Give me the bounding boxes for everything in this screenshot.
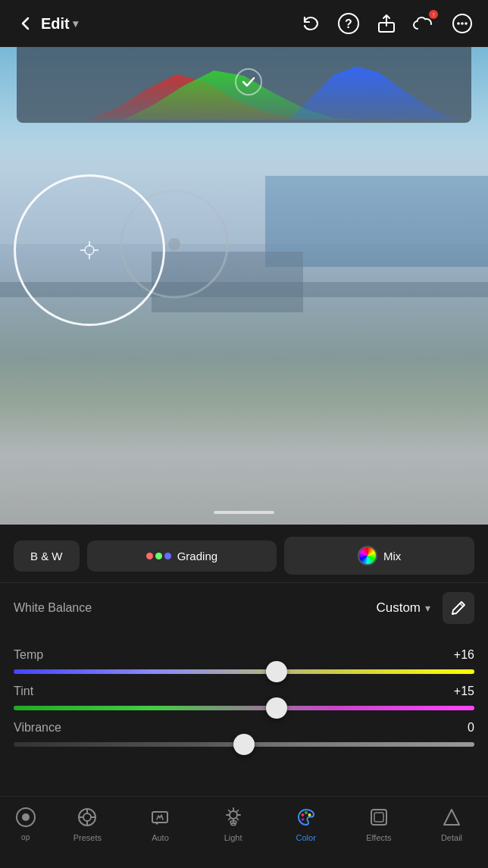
svg-text:?: ? <box>345 17 352 30</box>
edit-panel: B & W Grading Mix White Balance Custom ▾ <box>0 525 488 762</box>
more-button[interactable] <box>450 11 474 36</box>
op-icon <box>14 806 37 829</box>
cloud-badge: ! <box>429 10 438 19</box>
undo-button[interactable] <box>299 11 323 36</box>
svg-point-13 <box>168 238 180 250</box>
histogram-checkmark <box>235 68 262 96</box>
panel-tabs: B & W Grading Mix <box>0 525 488 582</box>
svg-point-4 <box>457 22 460 25</box>
white-balance-label: White Balance <box>14 601 376 615</box>
tint-slider-row: Tint +15 <box>14 685 474 710</box>
svg-point-43 <box>301 813 304 816</box>
svg-point-5 <box>461 22 464 25</box>
share-button[interactable] <box>374 11 399 36</box>
auto-icon <box>149 806 171 829</box>
nav-item-effects[interactable]: Effects <box>343 803 415 842</box>
svg-rect-47 <box>371 810 386 825</box>
white-balance-value: Custom <box>376 600 421 616</box>
nav-item-op[interactable]: op <box>0 803 51 841</box>
svg-point-6 <box>465 22 468 25</box>
svg-rect-48 <box>374 813 383 822</box>
histogram <box>17 47 471 123</box>
bw-tab[interactable]: B & W <box>14 541 80 572</box>
svg-rect-42 <box>231 823 236 826</box>
presets-label: Presets <box>74 833 102 842</box>
temp-slider-header: Temp +16 <box>14 648 474 662</box>
auto-label: Auto <box>152 833 169 842</box>
vibrance-slider-track[interactable] <box>14 742 474 747</box>
temp-slider-track[interactable] <box>14 669 474 674</box>
svg-point-26 <box>83 813 91 821</box>
svg-line-38 <box>236 818 238 819</box>
color-wheel-icon <box>358 546 377 566</box>
header-title: Edit ▾ <box>41 15 78 33</box>
tint-slider-thumb[interactable] <box>266 697 287 719</box>
nav-item-light[interactable]: Light <box>197 803 270 842</box>
temp-slider-row: Temp +16 <box>14 648 474 674</box>
image-area <box>0 47 488 525</box>
effects-icon <box>368 806 390 829</box>
cloud-button[interactable]: ! <box>412 11 436 36</box>
light-label: Light <box>224 833 242 842</box>
grading-icon <box>146 553 171 559</box>
color-label: Color <box>296 833 316 842</box>
vibrance-slider-header: Vibrance 0 <box>14 721 474 735</box>
title-text: Edit <box>41 15 70 33</box>
help-button[interactable]: ? <box>336 11 361 36</box>
back-button[interactable] <box>14 11 38 36</box>
nav-item-presets[interactable]: Presets <box>51 803 124 842</box>
bottom-navigation: op Presets Auto <box>0 796 488 868</box>
bw-tab-label: B & W <box>30 550 63 562</box>
presets-icon <box>76 806 99 829</box>
vibrance-slider-row: Vibrance 0 <box>14 721 474 747</box>
tint-slider-header: Tint +15 <box>14 685 474 698</box>
tint-slider-track[interactable] <box>14 706 474 710</box>
svg-line-37 <box>228 810 230 812</box>
title-dropdown-icon[interactable]: ▾ <box>73 17 78 30</box>
eyedropper-button[interactable] <box>443 592 474 624</box>
nav-item-detail[interactable]: Detail <box>415 803 488 842</box>
tint-value: +15 <box>454 685 474 698</box>
vibrance-label: Vibrance <box>14 721 61 735</box>
header-right: ? ! <box>299 11 474 36</box>
grading-tab[interactable]: Grading <box>87 541 277 572</box>
svg-point-46 <box>301 818 304 821</box>
svg-point-17 <box>85 246 94 255</box>
header: Edit ▾ ? ! <box>0 0 488 47</box>
mix-tab[interactable]: Mix <box>284 537 474 575</box>
svg-line-39 <box>236 810 238 812</box>
svg-marker-49 <box>444 810 459 825</box>
vibrance-value: 0 <box>468 721 474 735</box>
grading-tab-label: Grading <box>177 550 217 562</box>
temp-label: Temp <box>14 648 43 662</box>
white-balance-row: White Balance Custom ▾ <box>0 582 488 633</box>
grading-dot-red <box>146 553 153 559</box>
nav-item-color[interactable]: Color <box>270 803 343 842</box>
op-label: op <box>21 833 30 841</box>
detail-label: Detail <box>441 833 462 842</box>
white-balance-dropdown[interactable]: Custom ▾ <box>376 600 430 616</box>
svg-point-22 <box>452 613 454 615</box>
svg-point-44 <box>305 811 308 814</box>
detail-icon <box>440 806 463 829</box>
svg-point-24 <box>22 813 30 821</box>
svg-line-40 <box>228 818 230 819</box>
tint-label: Tint <box>14 685 33 698</box>
radial-mask-circle[interactable] <box>14 174 165 326</box>
temp-value: +16 <box>454 648 474 662</box>
svg-rect-11 <box>152 252 303 312</box>
color-nav-icon <box>295 806 318 829</box>
temp-slider-thumb[interactable] <box>266 661 287 682</box>
svg-point-32 <box>230 811 237 819</box>
grading-dot-green <box>155 553 162 559</box>
white-balance-dropdown-icon: ▾ <box>425 602 430 614</box>
vibrance-slider-thumb[interactable] <box>233 734 255 755</box>
crosshair-icon <box>79 240 100 261</box>
effects-label: Effects <box>366 833 391 842</box>
svg-point-45 <box>308 813 311 816</box>
header-left: Edit ▾ <box>14 11 78 36</box>
mix-tab-label: Mix <box>383 550 401 562</box>
nav-item-auto[interactable]: Auto <box>124 803 196 842</box>
grading-dot-blue <box>164 553 171 559</box>
sliders-section: Temp +16 Tint +15 Vibrance 0 <box>0 633 488 762</box>
